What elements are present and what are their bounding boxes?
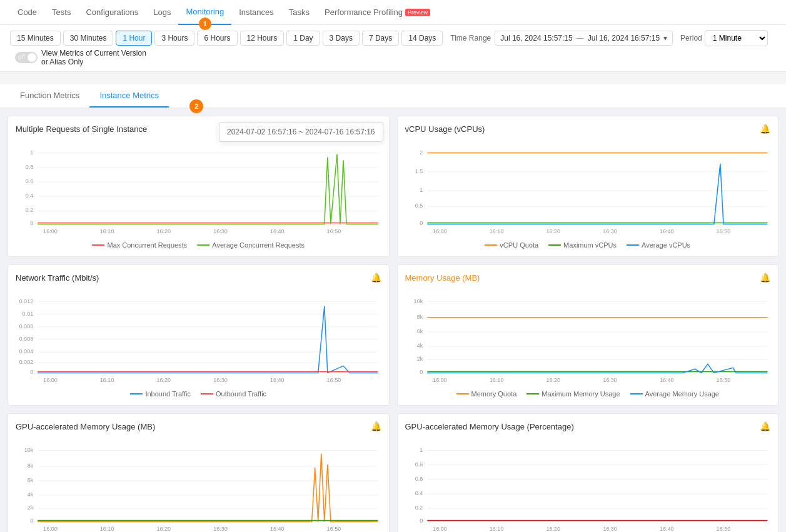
main-content: Multiple Requests of Single Instance 🔔 1… <box>0 108 786 532</box>
period-select[interactable]: 1 Minute <box>705 30 768 46</box>
svg-text:16:10: 16:10 <box>100 526 114 532</box>
svg-text:16:10: 16:10 <box>489 228 503 234</box>
legend-line-orange <box>485 244 497 246</box>
toggle-section: off View Metrics of Current Version or A… <box>15 49 154 66</box>
bell-icon-3[interactable]: 🔔 <box>371 273 381 283</box>
view-metrics-label: View Metrics of Current Version or Alias… <box>41 49 154 66</box>
legend-line-blue <box>627 244 639 246</box>
btn-14days[interactable]: 14 Days <box>401 31 443 46</box>
svg-text:0: 0 <box>30 369 33 375</box>
chart-title-network: Network Traffic (Mbit/s) 🔔 <box>16 273 381 283</box>
svg-text:16:00: 16:00 <box>433 377 447 383</box>
svg-text:16:40: 16:40 <box>659 526 673 532</box>
svg-text:16:40: 16:40 <box>270 526 285 532</box>
preview-badge: Preview <box>405 9 430 16</box>
svg-text:6k: 6k <box>416 328 423 334</box>
svg-text:16:00: 16:00 <box>43 377 58 383</box>
svg-text:0: 0 <box>420 220 423 226</box>
legend-avg-concurrent: Average Concurrent Requests <box>197 241 305 249</box>
svg-text:2k: 2k <box>28 504 34 511</box>
svg-text:16:00: 16:00 <box>43 228 58 234</box>
btn-6hours[interactable]: 6 Hours <box>197 31 237 46</box>
legend-vcpu-quota: vCPU Quota <box>485 241 538 249</box>
bell-icon-6[interactable]: 🔔 <box>760 421 770 431</box>
chart-title-memory: Memory Usage (MB) 🔔 <box>405 273 771 283</box>
svg-text:0.008: 0.008 <box>19 323 34 329</box>
tab-function-metrics[interactable]: Function Metrics <box>10 84 89 108</box>
time-range-tooltip: 2024-07-02 16:57:16 ~ 2024-07-16 16:57:1… <box>219 122 383 142</box>
svg-text:16:20: 16:20 <box>157 526 171 532</box>
nav-tasks[interactable]: Tasks <box>281 0 317 25</box>
chart-title-vcpu: vCPU Usage (vCPUs) 🔔 <box>405 124 771 134</box>
chart-area-network: 0.012 0.01 0.008 0.006 0.004 0.002 0 <box>16 288 381 388</box>
chart-row-3: GPU-accelerated Memory Usage (MB) 🔔 10k … <box>8 413 778 532</box>
svg-text:0.8: 0.8 <box>415 461 423 468</box>
chart-network: Network Traffic (Mbit/s) 🔔 0.012 0.01 0.… <box>8 264 390 406</box>
bell-icon-5[interactable]: 🔔 <box>371 421 381 431</box>
monitoring-badge: 1 <box>199 18 211 30</box>
chart-vcpu: vCPU Usage (vCPUs) 🔔 2 1.5 1 0.5 0 <box>397 116 779 257</box>
svg-text:16:10: 16:10 <box>100 228 114 234</box>
time-range-dash: — <box>577 34 584 43</box>
nav-instances[interactable]: Instances <box>231 0 281 25</box>
tabs: Function Metrics Instance Metrics 2 <box>0 84 786 108</box>
svg-text:16:50: 16:50 <box>327 526 341 532</box>
btn-7days[interactable]: 7 Days <box>362 31 399 46</box>
svg-text:4k: 4k <box>28 491 34 498</box>
svg-text:0: 0 <box>30 518 33 524</box>
nav-configurations[interactable]: Configurations <box>78 0 146 25</box>
legend-line-red <box>92 244 104 246</box>
svg-text:0.4: 0.4 <box>415 490 423 496</box>
svg-text:0.6: 0.6 <box>26 178 34 184</box>
chart-svg-multiple-requests: 1 0.8 0.6 0.4 0.2 0 <box>16 139 381 239</box>
time-range-label: Time Range <box>450 34 491 43</box>
svg-text:16:20: 16:20 <box>546 228 560 234</box>
legend-inbound: Inbound Traffic <box>130 390 191 398</box>
time-range-input[interactable]: Jul 16, 2024 15:57:15 — Jul 16, 2024 16:… <box>495 31 673 46</box>
svg-text:10k: 10k <box>24 447 34 453</box>
btn-12hours[interactable]: 12 Hours <box>240 31 285 46</box>
svg-text:16:50: 16:50 <box>716 526 730 532</box>
legend-outbound: Outbound Traffic <box>201 390 266 398</box>
legend-vcpu: vCPU Quota Maximum vCPUs Average vCPUs <box>405 241 771 249</box>
nav-monitoring[interactable]: Monitoring 1 <box>178 0 231 25</box>
legend-line-inbound <box>130 393 143 394</box>
legend-memory: Memory Quota Maximum Memory Usage Averag… <box>405 390 771 398</box>
legend-line-green <box>197 244 209 246</box>
chart-svg-memory: 10k 8k 6k 4k 2k 0 <box>405 288 771 388</box>
nav-code[interactable]: Code <box>10 0 44 25</box>
btn-3hours[interactable]: 3 Hours <box>154 31 194 46</box>
btn-15min[interactable]: 15 Minutes <box>10 31 61 46</box>
period-section: Period 1 Minute <box>680 30 768 46</box>
btn-1day[interactable]: 1 Day <box>286 31 320 46</box>
nav-tests[interactable]: Tests <box>44 0 78 25</box>
svg-text:16:30: 16:30 <box>603 228 617 234</box>
tab-instance-metrics[interactable]: Instance Metrics 2 <box>89 84 169 108</box>
legend-line-memory-quota <box>456 393 469 394</box>
toggle-switch[interactable]: off <box>15 52 38 63</box>
svg-text:16:20: 16:20 <box>157 377 171 383</box>
svg-text:16:50: 16:50 <box>716 377 730 383</box>
svg-text:16:00: 16:00 <box>433 526 447 532</box>
nav-logs[interactable]: Logs <box>146 0 178 25</box>
chevron-down-icon[interactable]: ▾ <box>663 34 667 43</box>
toggle-knob <box>28 53 36 62</box>
legend-memory-quota: Memory Quota <box>456 390 517 398</box>
svg-text:0.01: 0.01 <box>23 311 34 317</box>
chart-gpu-mb: GPU-accelerated Memory Usage (MB) 🔔 10k … <box>8 413 390 532</box>
svg-text:2k: 2k <box>416 356 423 362</box>
btn-3days[interactable]: 3 Days <box>323 31 360 46</box>
btn-30min[interactable]: 30 Minutes <box>63 31 114 46</box>
legend-network: Inbound Traffic Outbound Traffic <box>16 390 381 398</box>
nav-performance-profiling[interactable]: Performance Profiling Preview <box>317 0 438 25</box>
btn-1hour[interactable]: 1 Hour <box>116 31 152 46</box>
svg-text:16:40: 16:40 <box>659 377 673 383</box>
legend-line-outbound <box>201 393 213 394</box>
legend-avg-vcpus: Average vCPUs <box>627 241 690 249</box>
bell-icon-4[interactable]: 🔔 <box>760 273 770 283</box>
bell-icon-2[interactable]: 🔔 <box>760 124 770 134</box>
legend-avg-memory: Average Memory Usage <box>630 390 719 398</box>
chart-area-multiple-requests: 1 0.8 0.6 0.4 0.2 0 <box>16 139 381 239</box>
svg-text:1: 1 <box>420 187 423 193</box>
svg-text:16:50: 16:50 <box>327 377 341 383</box>
